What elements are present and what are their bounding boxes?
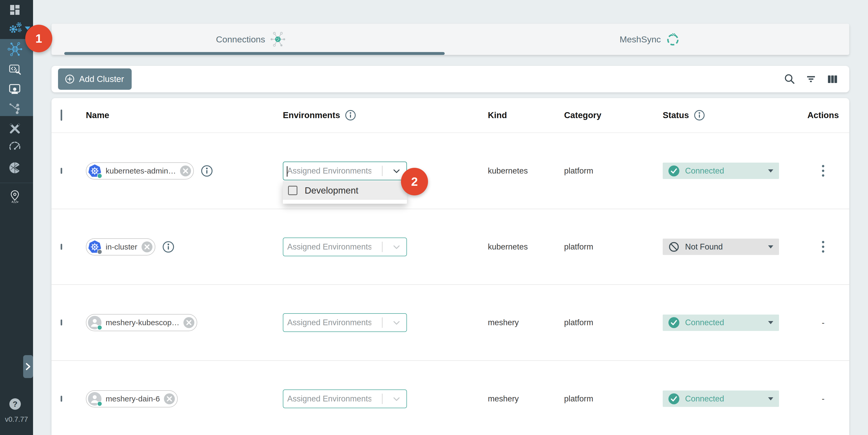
- status-dropdown[interactable]: Connected: [663, 391, 779, 407]
- environments-input[interactable]: [283, 166, 372, 176]
- status-dropdown[interactable]: Connected: [663, 163, 779, 179]
- chip-delete-icon[interactable]: [180, 165, 191, 177]
- location-pin-icon: [7, 189, 22, 204]
- category-value: platform: [564, 242, 593, 251]
- status-info-icon[interactable]: [694, 110, 705, 121]
- annotation-step-2: 2: [401, 168, 428, 195]
- connection-chip[interactable]: kubernetes-admin…: [86, 162, 194, 180]
- environments-select[interactable]: [283, 390, 407, 408]
- version-label: v0.7.77: [5, 415, 28, 424]
- environments-input[interactable]: [283, 242, 372, 252]
- dashboard-icon: [7, 3, 22, 17]
- status-label: Not Found: [685, 242, 768, 252]
- sidebar-item-performance[interactable]: [7, 139, 25, 155]
- environments-dropdown-menu: Development: [283, 181, 407, 204]
- col-header-actions: Actions: [807, 110, 839, 120]
- option-label: Development: [305, 185, 358, 196]
- sidebar-item-adapters[interactable]: [7, 61, 25, 77]
- row-actions-menu[interactable]: [820, 239, 826, 255]
- status-dot: [97, 325, 102, 330]
- environments-select[interactable]: [283, 238, 407, 256]
- table-row: in-cluster kubernetes platform Not Found: [52, 209, 849, 285]
- connection-name: meshery-kubescop…: [106, 318, 179, 327]
- col-header-name: Name: [86, 110, 109, 120]
- connection-chip[interactable]: in-cluster: [86, 238, 155, 255]
- kind-value: meshery: [488, 394, 519, 403]
- environments-input[interactable]: [283, 394, 372, 404]
- pipeline-nodes-icon: [7, 101, 22, 116]
- annotation-step-1-label: 1: [35, 31, 42, 45]
- select-chevron-icon[interactable]: [394, 245, 400, 249]
- environments-select[interactable]: [283, 161, 407, 180]
- sidebar-expand-button[interactable]: [23, 355, 33, 378]
- text-cursor: [287, 166, 287, 177]
- status-label: Connected: [685, 166, 768, 176]
- environments-select[interactable]: [283, 313, 407, 332]
- filter-icon[interactable]: [805, 73, 817, 85]
- connections-tab-icon: [270, 32, 286, 47]
- status-dropdown[interactable]: Connected: [663, 315, 779, 331]
- annotation-step-2-label: 2: [411, 175, 418, 189]
- add-cluster-label: Add Cluster: [79, 74, 124, 84]
- table-toolbar: Add Cluster: [52, 66, 849, 92]
- connections-icon: [7, 42, 23, 57]
- person-avatar: [88, 392, 101, 406]
- select-chevron-icon[interactable]: [394, 397, 400, 401]
- row-actions-menu[interactable]: [820, 163, 826, 179]
- environments-input[interactable]: [283, 318, 372, 328]
- connected-check-icon: [669, 393, 679, 404]
- environments-info-icon[interactable]: [345, 110, 356, 121]
- option-checkbox[interactable]: [288, 186, 298, 195]
- connection-chip[interactable]: meshery-kubescop…: [86, 314, 197, 331]
- sidebar-item-catalog[interactable]: [7, 189, 25, 204]
- sidebar-item-connections[interactable]: [7, 41, 25, 57]
- select-chevron-icon[interactable]: [394, 169, 400, 173]
- select-divider: [382, 242, 382, 252]
- connected-check-icon: [669, 317, 679, 328]
- connection-name: kubernetes-admin…: [106, 166, 176, 175]
- sidebar-item-toolkit[interactable]: [7, 121, 25, 136]
- not-found-icon: [669, 242, 679, 252]
- table-row: meshery-dain-6 meshery platform Connecte…: [52, 361, 849, 435]
- select-chevron-icon[interactable]: [394, 321, 400, 325]
- row-checkbox[interactable]: [61, 396, 62, 402]
- chip-delete-icon[interactable]: [142, 242, 152, 252]
- connection-chip[interactable]: meshery-dain-6: [86, 390, 178, 407]
- row-info-icon[interactable]: [200, 165, 213, 177]
- row-checkbox[interactable]: [61, 244, 62, 250]
- tab-connections[interactable]: Connections: [52, 24, 451, 55]
- select-all-checkbox[interactable]: [61, 110, 62, 121]
- search-icon[interactable]: [784, 73, 796, 85]
- category-value: platform: [564, 318, 593, 327]
- caret-down-icon: [768, 245, 773, 248]
- tab-meshsync[interactable]: MeshSync: [451, 24, 849, 55]
- category-value: platform: [564, 166, 593, 175]
- no-actions-placeholder: -: [822, 394, 825, 404]
- caret-down-icon: [768, 169, 773, 173]
- sidebar-item-designs[interactable]: [7, 101, 25, 117]
- gauge-icon: [7, 139, 22, 154]
- sidebar: ? v0.7.77: [0, 0, 33, 435]
- meshsync-tab-icon: [665, 32, 680, 46]
- environment-option-development[interactable]: Development: [283, 181, 407, 200]
- kubernetes-avatar: [88, 164, 101, 178]
- help-button[interactable]: ?: [9, 398, 21, 410]
- status-dropdown[interactable]: Not Found: [663, 239, 779, 255]
- add-plus-icon: [64, 74, 75, 85]
- table-header-row: Name Environments Kind Category Status A…: [52, 98, 849, 133]
- row-checkbox[interactable]: [61, 168, 62, 174]
- status-label: Connected: [685, 318, 768, 327]
- row-info-icon[interactable]: [162, 241, 175, 253]
- chip-delete-icon[interactable]: [183, 317, 194, 328]
- view-columns-icon[interactable]: [826, 73, 838, 85]
- add-cluster-button[interactable]: Add Cluster: [58, 68, 132, 90]
- chip-delete-icon[interactable]: [164, 393, 175, 404]
- tab-meshsync-label: MeshSync: [620, 34, 661, 44]
- help-glyph: ?: [13, 400, 18, 408]
- sidebar-item-dashboard[interactable]: [7, 2, 25, 18]
- row-checkbox[interactable]: [61, 319, 62, 325]
- sidebar-item-profiles[interactable]: [7, 81, 25, 97]
- status-dot: [97, 401, 102, 406]
- tab-connections-label: Connections: [216, 34, 265, 44]
- sidebar-item-extensions[interactable]: [7, 160, 25, 176]
